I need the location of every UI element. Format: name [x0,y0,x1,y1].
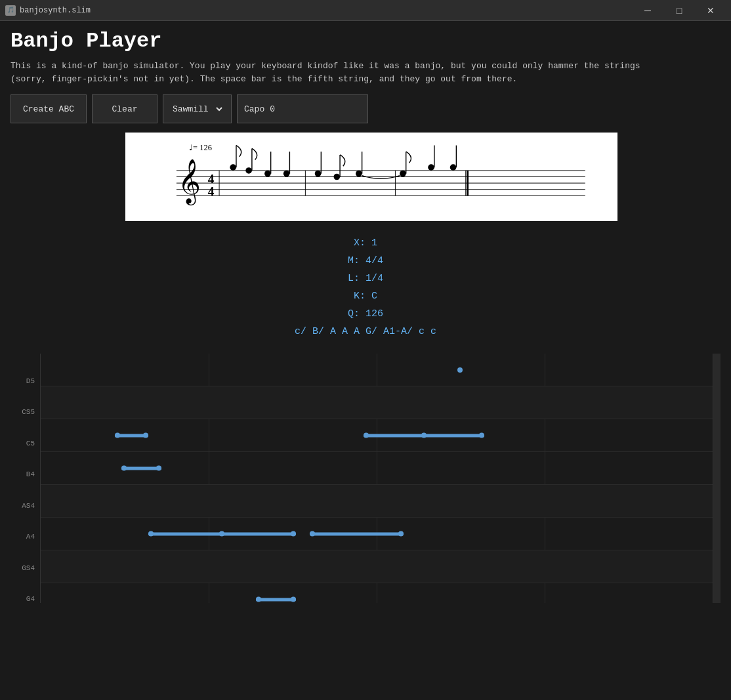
pitch-label-g4: G4 [10,572,37,604]
pitch-label-c5: C5 [10,416,37,447]
capo-value: 0 [270,104,275,114]
note-c5-2 [364,434,484,437]
abc-x: X: 1 [10,234,721,252]
note-dot-c5-1 [115,433,120,438]
clear-button[interactable]: Clear [92,94,157,123]
piano-roll-grid [40,354,713,603]
note-dot-c5-2r [479,433,484,438]
sheet-music-svg: ♩= 126 𝄞 4 4 [138,139,604,215]
tuning-dropdown-container: Sawmill Standard Double C G Modal Open G [163,94,232,123]
app-icon: 🎵 [5,5,16,16]
svg-point-12 [245,167,252,174]
svg-point-30 [450,164,457,171]
svg-text:4: 4 [208,172,215,186]
svg-text:𝄞: 𝄞 [178,159,201,206]
sheet-music-container: ♩= 126 𝄞 4 4 [125,133,617,221]
capo-container: Capo 0 [237,94,368,123]
svg-point-10 [230,164,236,171]
note-d5 [457,367,463,373]
abc-q: Q: 126 [10,305,721,323]
svg-point-16 [283,171,290,177]
main-content: Banjo Player This is a kind-of banjo sim… [0,21,731,611]
maximize-button[interactable]: □ [664,0,694,21]
note-dot-c5-2m [421,433,427,438]
description: This is a kind-of banjo simulator. You p… [10,60,721,85]
note-dot-c5-2l [364,433,369,438]
title-bar: 🎵 banjosynth.slim ─ □ ✕ [0,0,731,21]
pitch-label-gs4: GS4 [10,541,37,572]
abc-k: K: C [10,287,721,305]
grid-row-gs4 [41,550,713,583]
abc-m: M: 4/4 [10,252,721,270]
svg-text:♩= 126: ♩= 126 [189,143,212,152]
note-dot-g4l [256,597,261,602]
note-dot-b4l [121,466,127,471]
grid-row-d5 [41,354,713,386]
note-dot-a4-1m [219,531,224,537]
note-a4-1 [148,532,296,535]
grid-row-as4 [41,485,713,518]
abc-l: L: 1/4 [10,270,721,287]
grid-row-a4 [41,518,713,550]
title-bar-controls: ─ □ ✕ [633,0,726,21]
note-c5-1 [115,434,148,437]
pitch-label-as4: AS4 [10,478,37,510]
app-name: banjosynth.slim [20,6,91,15]
svg-point-21 [334,174,341,180]
controls-row: Create ABC Clear Sawmill Standard Double… [10,94,721,123]
grid-row-b4 [41,452,713,485]
svg-point-26 [400,171,406,177]
note-dot-a4-1l [148,531,154,537]
minimize-button[interactable]: ─ [633,0,663,21]
pitch-label-b4: B4 [10,447,37,479]
piano-roll-labels: D5 CS5 C5 B4 AS4 A4 GS4 G4 [10,354,40,603]
note-dot-a4-2r [398,531,404,537]
note-dot-g4r [291,597,296,602]
create-abc-button[interactable]: Create ABC [10,94,87,123]
svg-point-28 [428,164,434,171]
note-dot-a4-2l [310,531,315,537]
capo-label: Capo [244,104,264,114]
pitch-label-d5: D5 [10,354,37,385]
grid-row-c5 [41,419,713,452]
pitch-label-cs5: CS5 [10,385,37,417]
svg-text:4: 4 [208,184,215,198]
svg-point-14 [264,171,271,177]
title-bar-left: 🎵 banjosynth.slim [5,5,91,16]
abc-notation: X: 1 M: 4/4 L: 1/4 K: C Q: 126 c/ B/ A A… [10,234,721,340]
abc-notes: c/ B/ A A A G/ A1-A/ c c [10,323,721,340]
pitch-label-a4: A4 [10,510,37,541]
note-dot-a4-1r [291,531,296,537]
note-dot-b4r [156,466,161,471]
grid-row-cs5 [41,386,713,419]
tuning-select[interactable]: Sawmill Standard Double C G Modal Open G [170,104,224,115]
note-g4 [256,598,296,601]
piano-roll: D5 CS5 C5 B4 AS4 A4 GS4 G4 [10,354,721,603]
grid-row-g4 [41,583,713,603]
close-button[interactable]: ✕ [696,0,726,21]
svg-point-19 [315,171,322,177]
svg-point-23 [356,171,362,177]
note-a4-2 [310,532,404,535]
scrollbar[interactable] [713,354,721,603]
note-dot-c5-1r [143,433,148,438]
note-b4 [121,466,161,470]
page-title: Banjo Player [10,29,721,53]
